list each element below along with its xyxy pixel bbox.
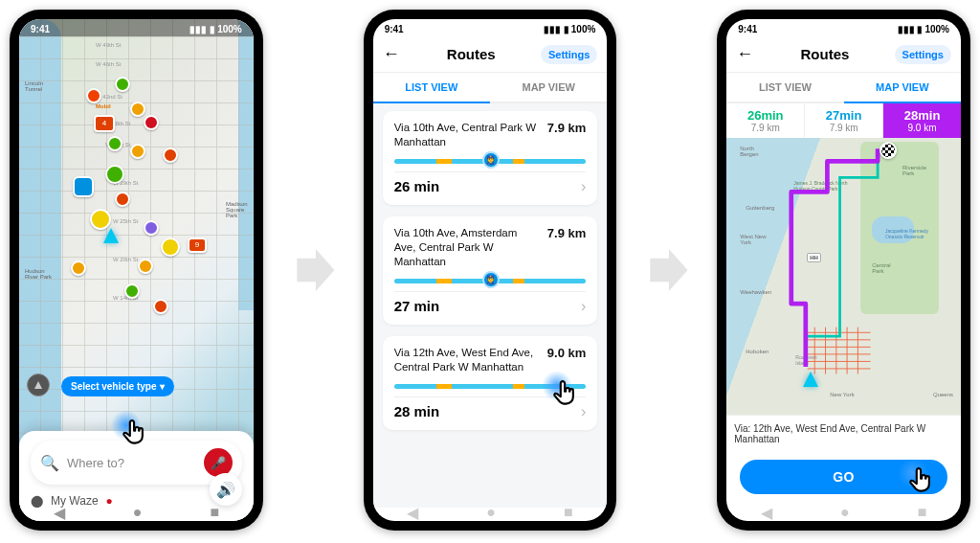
phone-frame-1: W 49th St W 46th St W 42nd St W 38th St …	[10, 10, 263, 531]
traffic-bar: 👮	[394, 279, 587, 283]
page-title: Routes	[801, 46, 850, 62]
back-button[interactable]: ←	[383, 44, 402, 64]
settings-button[interactable]: Settings	[541, 45, 597, 64]
route-distance: 7.9 km	[547, 121, 586, 135]
routes-header: ← Routes Settings	[373, 36, 608, 73]
android-navbar: ◀●■	[726, 506, 961, 519]
settings-button[interactable]: Settings	[895, 45, 951, 64]
vehicle-type-chip[interactable]: Select vehicle type	[61, 376, 174, 396]
status-battery: ▮▮▮ ▮ 100%	[189, 24, 241, 34]
route-card[interactable]: Via 12th Ave, West End Ave, Central Park…	[383, 336, 598, 430]
tabs-row: LIST VIEW MAP VIEW	[373, 73, 608, 103]
android-navbar: ◀●■	[373, 506, 608, 519]
back-button[interactable]: ←	[736, 44, 755, 64]
route-via: Via 12th Ave, West End Ave, Central Park…	[394, 346, 540, 374]
police-icon: 👮	[482, 151, 500, 169]
traffic-bar	[394, 384, 587, 389]
chevron-right-icon: ›	[581, 403, 586, 420]
phone-frame-2: 9:41 ▮▮▮ ▮ 100% ← Routes Settings LIST V…	[364, 10, 617, 531]
status-battery: ▮▮▮ ▮ 100%	[544, 24, 595, 34]
status-battery: ▮▮▮ ▮ 100%	[898, 24, 949, 34]
user-location-icon	[103, 228, 119, 243]
route-option-3-selected[interactable]: 28min9.0 km	[883, 103, 961, 138]
user-location-icon	[803, 372, 818, 387]
compass-button[interactable]	[27, 373, 50, 396]
status-time: 9:41	[31, 24, 50, 34]
search-placeholder: Where to?	[67, 456, 196, 470]
page-title: Routes	[447, 46, 496, 62]
route-option-2[interactable]: 27min7.9 km	[805, 103, 883, 138]
chevron-right-icon: ›	[581, 178, 586, 195]
flow-arrow-icon	[643, 245, 690, 295]
screen-map-home: W 49th St W 46th St W 42nd St W 38th St …	[19, 19, 254, 521]
police-icon: 👮	[482, 271, 500, 288]
routes-header: ← Routes Settings	[726, 36, 961, 73]
go-button[interactable]: GO	[740, 460, 947, 494]
tabs-row: LIST VIEW MAP VIEW	[726, 73, 961, 103]
route-distance: 7.9 km	[547, 226, 586, 240]
route-eta: 27 min	[394, 298, 440, 314]
route-options-row: 26min7.9 km 27min7.9 km 28min9.0 km	[726, 103, 961, 138]
traffic-bar: 👮	[394, 159, 587, 164]
route-eta: 26 min	[394, 178, 440, 194]
tab-map-view[interactable]: MAP VIEW	[844, 73, 961, 103]
phone-frame-3: 9:41 ▮▮▮ ▮ 100% ← Routes Settings LIST V…	[717, 10, 970, 531]
route-via: Via 10th Ave, Amsterdam Ave, Central Par…	[394, 226, 540, 269]
status-time: 9:41	[385, 24, 404, 34]
flow-arrow-icon	[290, 245, 337, 295]
screen-routes-map: 9:41 ▮▮▮ ▮ 100% ← Routes Settings LIST V…	[726, 19, 961, 521]
tab-list-view[interactable]: LIST VIEW	[373, 73, 490, 103]
search-icon: 🔍	[40, 454, 59, 472]
route-card[interactable]: Via 10th Ave, Amsterdam Ave, Central Par…	[383, 216, 598, 325]
via-label: Via: 12th Ave, West End Ave, Central Par…	[726, 415, 961, 452]
sound-button[interactable]: 🔊	[210, 473, 242, 506]
chevron-right-icon: ›	[581, 298, 586, 315]
route-distance: 9.0 km	[547, 346, 586, 360]
route-via: Via 10th Ave, Central Park W Manhattan	[394, 121, 540, 149]
android-navbar: ◀●■	[19, 506, 254, 519]
route-card[interactable]: Via 10th Ave, Central Park W Manhattan7.…	[383, 111, 598, 205]
route-list[interactable]: Via 10th Ave, Central Park W Manhattan7.…	[373, 103, 608, 508]
route-eta: 28 min	[394, 403, 440, 419]
route-option-1[interactable]: 26min7.9 km	[726, 103, 805, 138]
status-time: 9:41	[738, 24, 757, 34]
tab-map-view[interactable]: MAP VIEW	[490, 73, 607, 103]
route-map[interactable]: NorthBergen RiversidePark James J. Bradd…	[726, 138, 961, 415]
search-panel: 🔍 Where to? 🎤 ⬤ My Waze ● 🔊 ◀●■	[19, 431, 254, 521]
screen-routes-list: 9:41 ▮▮▮ ▮ 100% ← Routes Settings LIST V…	[373, 19, 608, 521]
search-input[interactable]: 🔍 Where to? 🎤	[31, 441, 242, 485]
tab-list-view[interactable]: LIST VIEW	[726, 73, 843, 103]
